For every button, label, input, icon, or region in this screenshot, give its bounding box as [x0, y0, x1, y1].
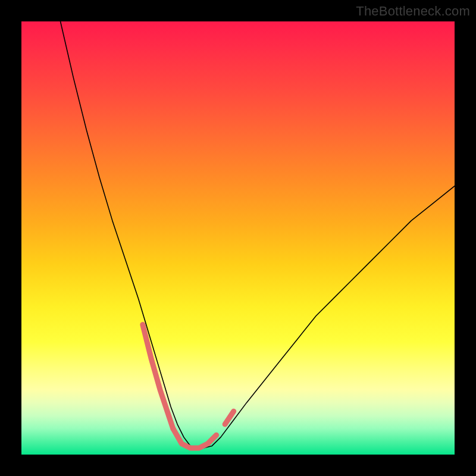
curve-layer	[21, 21, 455, 455]
series-curve	[61, 21, 455, 448]
plot-area	[21, 21, 455, 455]
series-highlight-left	[143, 325, 173, 429]
chart-frame: TheBottleneck.com	[0, 0, 476, 476]
watermark-text: TheBottleneck.com	[356, 4, 470, 19]
series-highlight-bottom	[173, 428, 217, 448]
